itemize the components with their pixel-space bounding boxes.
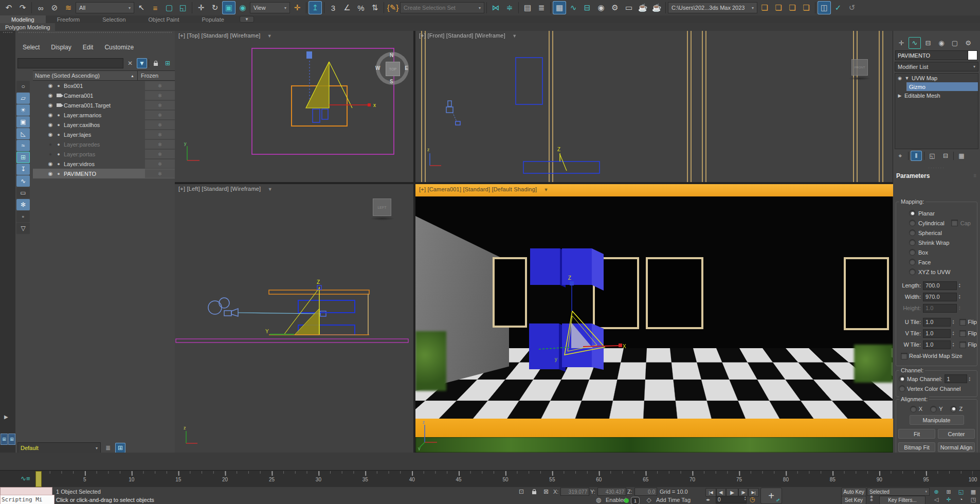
rollout-title[interactable]: Parameters [896, 172, 930, 179]
explorer-column-header[interactable]: Name (Sorted Ascending) ▲ Frozen [33, 70, 175, 81]
frozen-cell[interactable]: ✻ [145, 101, 175, 110]
field-of-view-icon[interactable]: ◁ [931, 496, 942, 503]
filter-frozen-icon[interactable]: ✻ [16, 199, 30, 210]
viewcube-top[interactable]: TOP [386, 62, 400, 76]
filter-panel-icon[interactable]: ▭ [16, 187, 30, 199]
orbit-icon[interactable]: ◔ [955, 496, 967, 503]
search-input[interactable] [17, 58, 123, 68]
align-y-option[interactable]: Y [931, 406, 942, 412]
select-and-move-icon[interactable]: ✛ [194, 1, 208, 14]
filter-hidden-icon[interactable]: ▫ [16, 211, 30, 222]
align-z-option[interactable]: Z [951, 406, 963, 412]
spinner-arrows[interactable]: ▴▾ [953, 319, 954, 325]
visibility-eye-icon[interactable]: ◉ [46, 171, 55, 176]
frozen-cell[interactable]: ✻ [145, 111, 175, 119]
hierarchy-tab-icon[interactable]: ⊟ [922, 37, 934, 49]
key-step-arrows-icon[interactable]: ◂▸ [703, 496, 713, 503]
align-x-option[interactable]: X [911, 406, 922, 412]
toggle-ribbon-icon[interactable]: ▦ [553, 1, 566, 14]
table-row-selected[interactable]: ◉ ● PAVIMENTO ✻ [33, 169, 175, 178]
reference-coordinate-dropdown[interactable]: View ▾ [250, 2, 290, 13]
save-scene-icon[interactable]: ◫ [818, 1, 831, 14]
menu-select[interactable]: Select [23, 44, 40, 51]
display-tab-icon[interactable]: ▢ [949, 37, 961, 49]
spinner-arrows[interactable]: ▴▾ [959, 294, 960, 299]
column-chooser-icon[interactable]: ⊞ [162, 58, 173, 68]
stack-item-gizmo[interactable]: Gizmo [906, 82, 978, 91]
modifier-eye-icon[interactable]: ◉ [897, 76, 902, 81]
modify-tab-icon[interactable]: ∿ [909, 37, 921, 49]
bitmap-fit-button[interactable]: Bitmap Fit [898, 442, 935, 452]
layers-list-icon[interactable]: ≣ [103, 443, 113, 453]
radio-label[interactable]: Cylindrical [918, 220, 945, 226]
material-editor-icon[interactable]: ◉ [594, 1, 608, 14]
filter-geometry-icon[interactable]: ○ [16, 81, 30, 92]
add-time-tag[interactable]: Add Time Tag [656, 497, 691, 503]
stack-item-label[interactable]: UVW Map [912, 75, 937, 81]
time-slider-handle[interactable] [35, 471, 42, 487]
filter-spacewarps-icon[interactable]: ≈ [16, 140, 30, 151]
time-tag-cube-icon[interactable]: ◇ [644, 496, 654, 503]
subtab-polygon-modeling[interactable]: Polygon Modeling [0, 23, 55, 31]
map-channel-field[interactable]: 1 [945, 374, 967, 383]
visibility-eye-icon[interactable]: ◉ [46, 122, 55, 128]
unlink-selection-icon[interactable]: ⊘ [48, 1, 61, 14]
viewport-layout-a-icon[interactable]: ⊞ [1, 434, 8, 445]
time-configuration-icon[interactable]: ◷ [748, 496, 757, 503]
render-iterative-icon[interactable]: ☕ [650, 1, 663, 14]
visibility-eye-icon[interactable]: ◉ [46, 161, 55, 167]
script-settings-icon[interactable]: ❏ [758, 1, 771, 14]
utilities-tab-icon[interactable]: ⚙ [962, 37, 974, 49]
filter-xrefs-icon[interactable]: ↧ [16, 164, 30, 175]
filter-helpers-icon[interactable]: ◺ [16, 128, 30, 139]
toggle-layer-explorer-icon[interactable]: ≣ [535, 1, 548, 14]
funnel-icon[interactable]: ▼ [268, 187, 273, 192]
radio-icon[interactable] [910, 210, 915, 216]
funnel-icon[interactable]: ▼ [512, 33, 517, 39]
visibility-eye-icon[interactable]: ◉ [46, 102, 55, 108]
mirror-icon[interactable]: ⋈ [489, 1, 502, 14]
frozen-cell[interactable]: ✻ [145, 140, 175, 149]
filter-lights-icon[interactable]: ☀ [16, 104, 30, 116]
zoom-all-icon[interactable]: ⊞ [943, 488, 954, 495]
redo-icon[interactable]: ↷ [16, 1, 29, 14]
radio-icon[interactable] [911, 406, 916, 412]
named-selection-set-dropdown[interactable]: Create Selection Set ▾ [400, 2, 484, 13]
current-frame-field[interactable]: 0 [716, 496, 747, 503]
select-and-scale-icon[interactable]: ▣ [222, 1, 235, 14]
funnel-icon[interactable]: ▼ [544, 187, 549, 192]
vertex-color-radio[interactable] [899, 386, 905, 391]
curve-editor-icon[interactable]: ∿ [567, 1, 580, 14]
viewport-left-label[interactable]: [+] [Left] [Standard] [Wireframe] ▼ [178, 186, 273, 192]
stack-item-label[interactable]: Editable Mesh [904, 93, 940, 99]
expand-icon[interactable]: ▶ [897, 93, 902, 98]
z-coord-field[interactable]: 0.0 [634, 488, 657, 496]
set-keys-button[interactable]: +⚷ [760, 488, 782, 504]
x-coord-field[interactable]: 319.077 [560, 488, 589, 496]
use-pivot-point-icon[interactable]: ✛ [291, 1, 304, 14]
toggle-scene-explorer-icon[interactable]: ▤ [521, 1, 534, 14]
modifier-list-dropdown[interactable]: Modifier List ▾ [895, 62, 978, 71]
rectangular-selection-region-icon[interactable]: ▢ [162, 1, 176, 14]
expand-icon[interactable]: ▼ [904, 76, 910, 81]
select-and-link-icon[interactable]: ∞ [34, 1, 47, 14]
menu-customize[interactable]: Customize [104, 44, 134, 51]
normal-align-button[interactable]: Normal Align [938, 442, 975, 452]
viewport-front[interactable]: [+] [Front] [Standard] [Wireframe] ▼ [415, 31, 893, 182]
ribbon-minimize-button[interactable]: ▼ [240, 16, 254, 23]
radio-icon[interactable] [910, 259, 915, 265]
viewport-label-text[interactable]: [+] [Top] [Standard] [Wireframe] [178, 32, 261, 39]
fit-button[interactable]: Fit [898, 429, 935, 439]
edit-named-selection-sets-icon[interactable]: {✎} [386, 1, 400, 14]
viewport-layout-b-icon[interactable]: ⊞ [8, 434, 15, 445]
radio-box[interactable]: Box [896, 247, 977, 257]
radio-label[interactable]: XYZ to UVW [918, 269, 950, 275]
radio-label[interactable]: Spherical [918, 230, 942, 236]
real-world-checkbox[interactable] [901, 353, 907, 359]
viewport-left[interactable]: [+] [Left] [Standard] [Wireframe] ▼ Z [175, 184, 413, 453]
frozen-cell[interactable]: ✻ [145, 130, 175, 139]
frozen-cell[interactable]: ✻ [145, 169, 175, 178]
filter-shapes-icon[interactable]: ▱ [16, 93, 30, 104]
manipulate-button[interactable]: Manipulate [910, 415, 964, 425]
dock-grip[interactable] [19, 32, 172, 35]
